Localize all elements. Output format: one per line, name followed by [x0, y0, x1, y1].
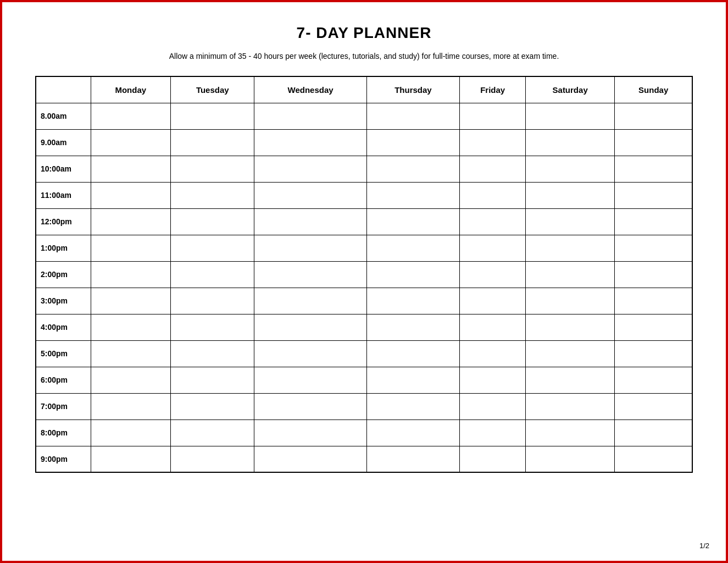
- cell-2-6[interactable]: [615, 156, 692, 182]
- cell-12-5[interactable]: [526, 420, 615, 446]
- cell-9-1[interactable]: [171, 340, 254, 367]
- cell-5-0[interactable]: [91, 235, 171, 261]
- cell-8-1[interactable]: [171, 314, 254, 340]
- cell-11-0[interactable]: [91, 393, 171, 420]
- cell-7-6[interactable]: [615, 288, 692, 314]
- table-row: 8:00pm: [36, 420, 692, 446]
- cell-0-4[interactable]: [460, 103, 526, 129]
- cell-2-1[interactable]: [171, 156, 254, 182]
- cell-2-2[interactable]: [254, 156, 366, 182]
- cell-3-6[interactable]: [615, 182, 692, 208]
- cell-8-4[interactable]: [460, 314, 526, 340]
- cell-9-5[interactable]: [526, 340, 615, 367]
- cell-10-4[interactable]: [460, 367, 526, 393]
- cell-11-3[interactable]: [366, 393, 460, 420]
- cell-9-2[interactable]: [254, 340, 366, 367]
- cell-4-4[interactable]: [460, 208, 526, 235]
- cell-10-6[interactable]: [615, 367, 692, 393]
- cell-7-5[interactable]: [526, 288, 615, 314]
- cell-10-1[interactable]: [171, 367, 254, 393]
- cell-4-5[interactable]: [526, 208, 615, 235]
- cell-5-6[interactable]: [615, 235, 692, 261]
- cell-4-0[interactable]: [91, 208, 171, 235]
- cell-7-1[interactable]: [171, 288, 254, 314]
- cell-1-3[interactable]: [366, 129, 460, 156]
- cell-3-4[interactable]: [460, 182, 526, 208]
- cell-6-3[interactable]: [366, 261, 460, 288]
- cell-3-5[interactable]: [526, 182, 615, 208]
- cell-11-1[interactable]: [171, 393, 254, 420]
- cell-6-4[interactable]: [460, 261, 526, 288]
- cell-0-1[interactable]: [171, 103, 254, 129]
- cell-3-0[interactable]: [91, 182, 171, 208]
- cell-8-5[interactable]: [526, 314, 615, 340]
- cell-2-3[interactable]: [366, 156, 460, 182]
- cell-13-5[interactable]: [526, 446, 615, 472]
- cell-7-4[interactable]: [460, 288, 526, 314]
- cell-0-6[interactable]: [615, 103, 692, 129]
- cell-10-0[interactable]: [91, 367, 171, 393]
- cell-5-1[interactable]: [171, 235, 254, 261]
- cell-11-5[interactable]: [526, 393, 615, 420]
- cell-6-2[interactable]: [254, 261, 366, 288]
- cell-3-2[interactable]: [254, 182, 366, 208]
- cell-1-1[interactable]: [171, 129, 254, 156]
- cell-13-6[interactable]: [615, 446, 692, 472]
- cell-7-2[interactable]: [254, 288, 366, 314]
- cell-2-5[interactable]: [526, 156, 615, 182]
- cell-5-4[interactable]: [460, 235, 526, 261]
- cell-13-3[interactable]: [366, 446, 460, 472]
- cell-4-2[interactable]: [254, 208, 366, 235]
- cell-1-4[interactable]: [460, 129, 526, 156]
- cell-12-6[interactable]: [615, 420, 692, 446]
- cell-8-0[interactable]: [91, 314, 171, 340]
- cell-5-5[interactable]: [526, 235, 615, 261]
- cell-11-6[interactable]: [615, 393, 692, 420]
- cell-5-2[interactable]: [254, 235, 366, 261]
- time-slot-11: 7:00pm: [36, 393, 91, 420]
- cell-9-4[interactable]: [460, 340, 526, 367]
- cell-10-5[interactable]: [526, 367, 615, 393]
- cell-6-5[interactable]: [526, 261, 615, 288]
- cell-0-2[interactable]: [254, 103, 366, 129]
- cell-13-1[interactable]: [171, 446, 254, 472]
- cell-4-1[interactable]: [171, 208, 254, 235]
- cell-12-4[interactable]: [460, 420, 526, 446]
- cell-0-5[interactable]: [526, 103, 615, 129]
- cell-13-2[interactable]: [254, 446, 366, 472]
- cell-11-2[interactable]: [254, 393, 366, 420]
- cell-12-1[interactable]: [171, 420, 254, 446]
- cell-5-3[interactable]: [366, 235, 460, 261]
- cell-1-0[interactable]: [91, 129, 171, 156]
- cell-8-2[interactable]: [254, 314, 366, 340]
- cell-4-6[interactable]: [615, 208, 692, 235]
- cell-3-1[interactable]: [171, 182, 254, 208]
- cell-4-3[interactable]: [366, 208, 460, 235]
- cell-9-0[interactable]: [91, 340, 171, 367]
- cell-9-6[interactable]: [615, 340, 692, 367]
- cell-6-6[interactable]: [615, 261, 692, 288]
- cell-9-3[interactable]: [366, 340, 460, 367]
- cell-12-2[interactable]: [254, 420, 366, 446]
- cell-13-4[interactable]: [460, 446, 526, 472]
- cell-13-0[interactable]: [91, 446, 171, 472]
- cell-12-3[interactable]: [366, 420, 460, 446]
- cell-2-4[interactable]: [460, 156, 526, 182]
- cell-12-0[interactable]: [91, 420, 171, 446]
- cell-0-3[interactable]: [366, 103, 460, 129]
- cell-11-4[interactable]: [460, 393, 526, 420]
- cell-8-3[interactable]: [366, 314, 460, 340]
- cell-3-3[interactable]: [366, 182, 460, 208]
- cell-0-0[interactable]: [91, 103, 171, 129]
- cell-7-3[interactable]: [366, 288, 460, 314]
- cell-6-0[interactable]: [91, 261, 171, 288]
- cell-1-6[interactable]: [615, 129, 692, 156]
- cell-1-5[interactable]: [526, 129, 615, 156]
- cell-8-6[interactable]: [615, 314, 692, 340]
- cell-1-2[interactable]: [254, 129, 366, 156]
- cell-7-0[interactable]: [91, 288, 171, 314]
- cell-10-3[interactable]: [366, 367, 460, 393]
- cell-2-0[interactable]: [91, 156, 171, 182]
- cell-10-2[interactable]: [254, 367, 366, 393]
- cell-6-1[interactable]: [171, 261, 254, 288]
